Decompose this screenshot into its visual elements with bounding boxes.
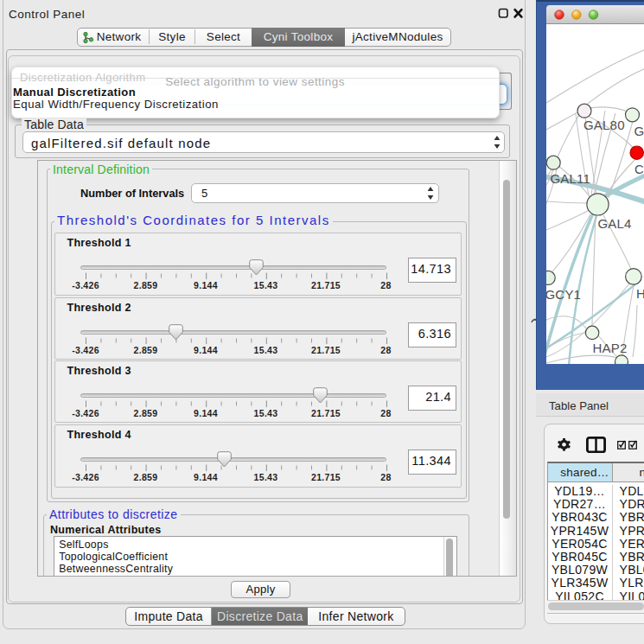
svg-text:GAL80: GAL80 bbox=[583, 117, 625, 131]
svg-text:HA: HA bbox=[636, 286, 644, 301]
svg-text:CO: CO bbox=[634, 161, 644, 175]
svg-text:GAL4: GAL4 bbox=[597, 215, 631, 230]
svg-text:HAP2: HAP2 bbox=[592, 340, 627, 354]
svg-text:GAL11: GAL11 bbox=[550, 171, 590, 186]
svg-text:GCY1: GCY1 bbox=[546, 287, 581, 302]
svg-text:GA: GA bbox=[634, 123, 644, 137]
